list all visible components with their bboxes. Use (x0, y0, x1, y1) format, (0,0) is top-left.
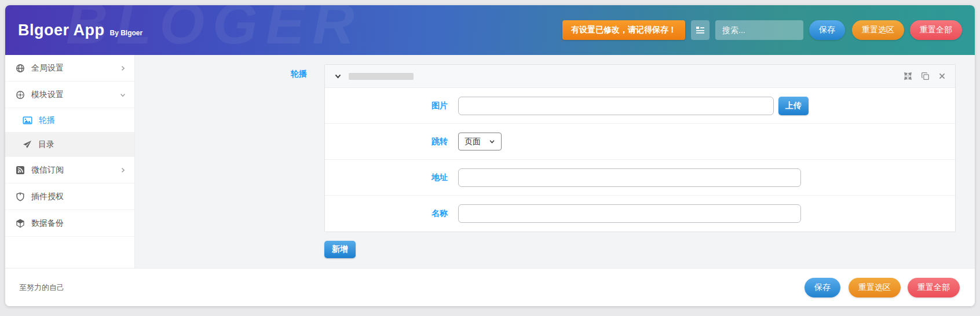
list-icon (696, 26, 705, 34)
copy-button[interactable] (921, 72, 930, 80)
panel-header (325, 65, 955, 88)
sidebar-item-label: 插件授权 (31, 192, 126, 202)
address-label: 地址 (325, 172, 458, 183)
jump-select[interactable]: 页面 (458, 133, 502, 150)
close-button[interactable] (938, 72, 946, 80)
sidebar-item-wechat-subscription[interactable]: 微信订阅 (5, 157, 134, 183)
footer-save-button[interactable]: 保存 (805, 278, 840, 297)
rss-icon (16, 166, 25, 175)
chevron-right-icon (119, 167, 126, 174)
list-toggle-button[interactable] (691, 20, 710, 40)
form-row-jump: 跳转 页面 (325, 124, 955, 160)
chevron-down-icon (489, 138, 495, 145)
jump-label: 跳转 (325, 137, 458, 147)
header-controls: 有设置已修改，请记得保存！ 保存 重置选区 重置全部 (562, 20, 962, 40)
app-subtitle: By Blgoer (110, 29, 143, 37)
name-input[interactable] (458, 204, 801, 223)
footer-actions: 保存 重置选区 重置全部 (805, 278, 960, 297)
sidebar-item-directory[interactable]: 目录 (5, 133, 134, 157)
expand-icon (904, 72, 912, 80)
panel-actions (904, 72, 946, 80)
address-input[interactable] (458, 168, 801, 187)
app-title: Blgoer App (18, 21, 105, 39)
chevron-down-icon (334, 72, 342, 80)
upload-button[interactable]: 上传 (778, 97, 809, 115)
sidebar-item-carousel[interactable]: 轮播 (5, 108, 134, 133)
sidebar-item-label: 轮播 (39, 115, 126, 126)
collapse-button[interactable] (334, 72, 342, 80)
name-label: 名称 (325, 208, 458, 219)
footer-reset-all-button[interactable]: 重置全部 (908, 278, 960, 297)
unsaved-changes-banner: 有设置已修改，请记得保存！ (562, 20, 685, 40)
reset-all-button[interactable]: 重置全部 (910, 20, 962, 40)
globe-icon (16, 64, 25, 73)
chevron-right-icon (119, 65, 126, 72)
sidebar-item-data-backup[interactable]: 数据备份 (5, 210, 134, 237)
sidebar-item-label: 微信订阅 (31, 165, 113, 175)
add-button[interactable]: 新增 (324, 241, 356, 258)
expand-button[interactable] (904, 72, 912, 80)
footer: 至努力的自己 保存 重置选区 重置全部 (5, 268, 975, 306)
footer-reset-selection-button[interactable]: 重置选区 (849, 278, 901, 297)
header: BLOGER Blgoer App By Blgoer 有设置已修改，请记得保存… (5, 5, 975, 55)
search-input[interactable] (715, 20, 803, 40)
image-icon (23, 116, 32, 125)
sidebar-item-global-settings[interactable]: 全局设置 (5, 55, 134, 82)
form-row-address: 地址 (325, 160, 955, 196)
save-button[interactable]: 保存 (809, 20, 845, 40)
sidebar-item-label: 全局设置 (31, 63, 113, 74)
form-row-image: 图片 上传 (325, 88, 955, 124)
jump-select-value: 页面 (465, 137, 481, 147)
sidebar-item-plugin-authorization[interactable]: 插件授权 (5, 183, 134, 210)
sidebar-item-label: 目录 (38, 139, 126, 150)
copy-icon (921, 72, 930, 80)
body: 全局设置 模块设置 (5, 55, 975, 268)
shield-icon (16, 192, 25, 201)
gear-icon (16, 90, 25, 100)
cube-icon (16, 219, 25, 228)
close-icon (938, 72, 946, 80)
panel-title-field[interactable] (349, 73, 414, 80)
sidebar: 全局设置 模块设置 (5, 55, 135, 268)
sidebar-item-module-settings[interactable]: 模块设置 (5, 82, 134, 108)
form-row-name: 名称 (325, 196, 955, 232)
image-label: 图片 (325, 101, 458, 111)
sidebar-item-label: 数据备份 (31, 218, 126, 229)
image-input[interactable] (458, 97, 774, 115)
brand: Blgoer App By Blgoer (18, 21, 142, 39)
main-content: 轮播 (135, 55, 975, 268)
paper-plane-icon (23, 140, 32, 149)
app-card: BLOGER Blgoer App By Blgoer 有设置已修改，请记得保存… (5, 5, 975, 306)
chevron-down-icon (119, 91, 126, 98)
carousel-panel-column: 图片 上传 跳转 页面 地址 (324, 64, 956, 268)
section-label-carousel: 轮播 (135, 64, 324, 268)
footer-text: 至努力的自己 (19, 282, 64, 293)
carousel-item-panel: 图片 上传 跳转 页面 地址 (324, 64, 956, 232)
sidebar-item-label: 模块设置 (31, 90, 113, 100)
reset-selection-button[interactable]: 重置选区 (852, 20, 904, 40)
